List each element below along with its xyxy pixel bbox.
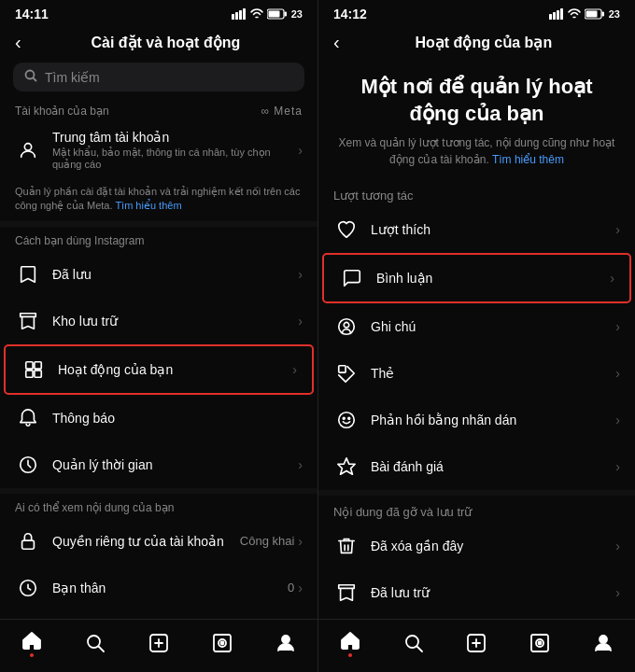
chevron-right: › (615, 413, 620, 427)
star-icon (15, 575, 41, 601)
status-bar-right: 14:12 23 (318, 0, 635, 26)
nav-search-r[interactable] (402, 632, 425, 654)
svg-rect-11 (26, 371, 33, 377)
privacy-status: Công khai › (240, 534, 303, 549)
nav-profile[interactable] (275, 632, 297, 654)
chevron-right: › (292, 362, 297, 377)
trash-icon (333, 533, 360, 559)
back-button-right[interactable]: ‹ (333, 32, 340, 53)
nav-home-r[interactable] (339, 629, 361, 657)
left-panel: 14:11 23 ‹ Cài đặt và hoạt động Tìm kiếm… (0, 0, 318, 672)
chevron-right: › (610, 271, 614, 286)
back-button-left[interactable]: ‹ (15, 32, 21, 53)
menu-item-saved[interactable]: Đã lưu › (0, 251, 318, 298)
menu-item-notifications[interactable]: Thông báo (0, 395, 318, 441)
bottom-nav-right (318, 619, 635, 672)
account-center-sub: Mật khẩu, bảo mật, thông tin cá nhân, tù… (52, 147, 298, 171)
svg-point-48 (600, 636, 607, 643)
heart-icon (333, 217, 360, 243)
svg-line-8 (34, 78, 37, 82)
account-center-text: Trung tâm tài khoản Mật khẩu, bảo mật, t… (52, 130, 298, 171)
svg-line-41 (416, 647, 422, 652)
time-icon (15, 452, 41, 478)
svg-rect-27 (553, 12, 556, 20)
status-icons-left: 23 (232, 8, 303, 20)
svg-point-24 (221, 642, 224, 645)
menu-item-time-management[interactable]: Quản lý thời gian › (0, 441, 318, 488)
menu-item-stickers[interactable]: Phản hồi bằng nhãn dán › (318, 397, 635, 443)
svg-rect-1 (235, 12, 238, 20)
meta-info-text: Quản lý phần cài đặt tài khoản và trải n… (0, 181, 318, 221)
archived-icon (333, 580, 360, 606)
svg-point-37 (343, 417, 345, 419)
status-time-right: 14:12 (333, 7, 367, 21)
menu-item-archive[interactable]: Kho lưu trữ › (0, 298, 318, 344)
nav-reels[interactable] (211, 632, 233, 654)
right-panel: 14:12 23 ‹ Hoạt động của bạn Một nơi để … (318, 0, 635, 672)
section-content-storage: Nội dung đã gỡ và lưu trữ (318, 496, 635, 523)
menu-item-tags[interactable]: Thẻ › (318, 350, 635, 397)
meta-logo: ∞ Meta (261, 105, 303, 118)
menu-item-notes[interactable]: Ghi chú › (318, 303, 635, 350)
sub-desc-link[interactable]: Tìm hiểu thêm (492, 153, 564, 166)
chevron-right: › (615, 585, 620, 600)
nav-add[interactable] (148, 632, 170, 654)
menu-item-close-friends[interactable]: Bạn thân 0 › (0, 565, 318, 611)
menu-item-account-center[interactable]: Trung tâm tài khoản Mật khẩu, bảo mật, t… (0, 119, 318, 181)
account-center-icon (15, 137, 41, 163)
svg-point-47 (539, 642, 542, 645)
header-title-right: Hoạt động của bạn (347, 34, 620, 51)
menu-item-recently-deleted[interactable]: Đã xóa gần đây › (318, 523, 635, 569)
chevron-right: › (615, 366, 620, 381)
chevron-right: › (298, 534, 303, 549)
nav-home[interactable] (21, 629, 43, 657)
menu-item-account-privacy[interactable]: Quyền riêng tư của tài khoản Công khai › (0, 518, 318, 565)
lock-icon (15, 528, 41, 554)
menu-item-likes[interactable]: Lượt thích › (318, 206, 635, 253)
svg-rect-3 (243, 8, 246, 20)
menu-item-comments[interactable]: Bình luận › (322, 253, 631, 303)
friends-count: 0 › (288, 581, 303, 595)
meta-info-link[interactable]: Tìm hiểu thêm (115, 200, 181, 211)
header-title-left: Cài đặt và hoạt động (29, 34, 303, 51)
chevron-right: › (615, 222, 620, 237)
review-icon (333, 454, 360, 480)
chevron-right: › (298, 267, 303, 282)
svg-rect-26 (549, 14, 552, 20)
chevron-right: › (298, 143, 303, 158)
menu-item-archived[interactable]: Đã lưu trữ › (318, 569, 635, 616)
svg-rect-35 (339, 366, 346, 372)
svg-rect-13 (35, 371, 41, 377)
status-bar-left: 14:11 23 (0, 0, 318, 26)
nav-search[interactable] (84, 632, 106, 654)
section-interactions: Lượt tương tác (318, 179, 635, 206)
search-box[interactable]: Tìm kiếm (13, 63, 304, 91)
svg-point-34 (344, 323, 349, 329)
page-big-title: Một nơi để quản lý hoạt động của bạn (318, 63, 635, 134)
svg-point-25 (282, 636, 289, 643)
svg-point-9 (24, 144, 31, 150)
search-icon (24, 69, 37, 85)
svg-rect-31 (586, 11, 597, 18)
svg-rect-2 (239, 10, 242, 20)
bottom-nav-left (0, 619, 318, 672)
menu-item-reviews[interactable]: Bài đánh giá › (318, 443, 635, 490)
chevron-right: › (298, 457, 303, 472)
svg-point-38 (348, 417, 350, 419)
status-icons-right: 23 (549, 8, 620, 20)
nav-reels-r[interactable] (529, 632, 551, 654)
search-placeholder: Tìm kiếm (45, 70, 100, 85)
account-label: Tài khoản của bạn (15, 105, 109, 118)
page-sub-desc: Xem và quản lý lượt tương tác, nội dung … (318, 134, 635, 179)
chevron-right: › (298, 314, 303, 329)
notes-icon (333, 314, 360, 340)
section-privacy: Ai có thể xem nội dung của bạn (0, 494, 318, 518)
menu-item-your-activity[interactable]: Hoạt động của bạn › (4, 344, 314, 395)
nav-add-r[interactable] (465, 632, 487, 654)
nav-profile-r[interactable] (592, 632, 614, 654)
svg-rect-0 (232, 14, 234, 20)
header-right: ‹ Hoạt động của bạn (318, 26, 635, 63)
sticker-icon (333, 407, 360, 433)
tag-icon (333, 360, 360, 386)
saved-icon (15, 261, 41, 287)
